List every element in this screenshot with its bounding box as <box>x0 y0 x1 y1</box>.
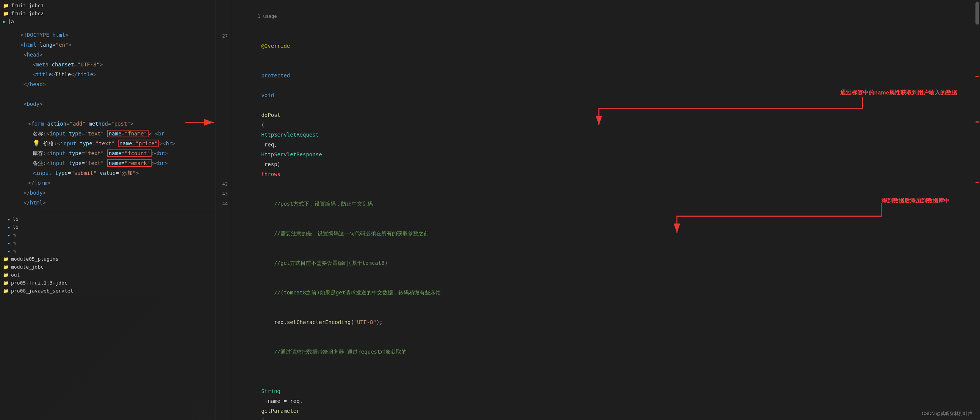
java-icon: ▶ <box>3 19 6 24</box>
line-number <box>3 69 14 70</box>
code-content: 库存:<input type="text" name="fcount"><br> <box>21 149 213 158</box>
comment-text: //(tomcat8之前)如果是get请求发送的中文数据，转码稍微有些麻烦 <box>261 289 441 295</box>
method-name: doPost <box>261 112 280 118</box>
code-content: </body> <box>21 188 213 198</box>
throws-keyword: throws <box>261 171 280 177</box>
line-number <box>3 99 14 100</box>
line-number <box>3 139 14 139</box>
code-line-method-sig: protected void doPost ( HttpServletReque… <box>236 61 975 189</box>
file-tree-item[interactable]: 📁 module05_plugins <box>0 255 216 263</box>
file-tree-item[interactable]: ▸ m <box>0 239 216 247</box>
comment-text: //通过请求把数据带给服务器 通过request对象获取的 <box>261 349 407 355</box>
usage-label: 1 usage <box>258 14 277 19</box>
folder-icon: 📁 <box>3 288 9 294</box>
line-number <box>3 129 14 129</box>
line-number <box>3 168 14 169</box>
file-label: pro05-fruit1.3-jdbc <box>11 280 67 286</box>
file-icon: ▸ <box>8 241 10 246</box>
code-line-comment4: //(tomcat8之前)如果是get请求发送的中文数据，转码稍微有些麻烦 <box>236 278 975 307</box>
space: req, <box>261 142 280 148</box>
code-text: ); <box>376 319 383 325</box>
file-tree-item[interactable]: 📁 pro08_javaweb_servlet <box>0 287 216 295</box>
folder-icon: 📁 <box>3 3 9 8</box>
line-number <box>3 198 14 198</box>
folder-icon: 📁 <box>3 11 9 16</box>
file-icon: ▸ <box>8 217 10 222</box>
attribution-text: CSDN @莫听穿林打叶声 <box>922 411 972 416</box>
line-number <box>3 59 14 60</box>
comment-text: //get方式目前不需要设置编码(基于tomcat8) <box>261 260 388 266</box>
line-num <box>216 2 228 11</box>
line-number <box>3 79 14 80</box>
file-tree-item[interactable]: ▶ ja <box>0 18 216 26</box>
line-number <box>3 40 14 41</box>
file-tree-item[interactable]: 📁 out <box>0 271 216 279</box>
line-num <box>216 70 228 80</box>
code-line <box>0 89 216 99</box>
file-tree-item[interactable]: 📁 fruit_jdbc2 <box>0 10 216 18</box>
file-label: m <box>13 232 16 238</box>
code-line <box>0 109 216 119</box>
callout-2: 得到数据后添加到数据库中 <box>881 197 950 204</box>
code-line-comment1: //post方式下，设置编码，防止中文乱码 <box>236 189 975 219</box>
code-line: 库存:<input type="text" name="fcount"><br> <box>0 149 216 158</box>
method-set-encoding: setCharacterEncoding <box>287 319 351 325</box>
code-line: <html lang="en"> <box>0 40 216 50</box>
file-icon: ▸ <box>8 249 10 254</box>
line-number <box>3 149 14 149</box>
line-number <box>3 178 14 179</box>
line-num <box>216 169 228 179</box>
file-label: out <box>11 272 20 278</box>
code-line-comment5: //通过请求把数据带给服务器 通过request对象获取的 <box>236 337 975 367</box>
code-line: </head> <box>0 79 216 89</box>
bottom-file-tree: ▸ li ▸ li ▸ m ▸ m ▸ m 📁 module05_plugins <box>0 214 216 296</box>
code-content: <form action="add" method="post"> <box>21 119 213 129</box>
code-line: <body> <box>0 99 216 109</box>
line-num <box>216 159 228 169</box>
code-content: <meta charset="UTF-8"> <box>21 59 213 69</box>
code-line: <head> <box>0 50 216 59</box>
line-num <box>216 120 228 130</box>
line-num: 43 <box>216 189 228 199</box>
file-tree-item[interactable]: ▸ m <box>0 247 216 255</box>
file-label: m <box>13 248 16 254</box>
line-num <box>216 41 228 51</box>
space: resp) <box>261 161 283 167</box>
file-label: module05_plugins <box>11 256 58 262</box>
file-tree-item[interactable]: 📁 pro05-fruit1.3-jdbc <box>0 279 216 287</box>
file-tree-item[interactable]: 📁 module_jdbc <box>0 263 216 271</box>
line-num <box>216 51 228 61</box>
file-tree-item[interactable]: ▸ li <box>0 223 216 231</box>
code-line: <title>Title</title> <box>0 69 216 79</box>
method-getparam: getParameter <box>261 408 299 414</box>
code-content: 💡 价格:<input type="text" name="price"><br… <box>21 139 213 149</box>
file-tree-item[interactable]: ▸ m <box>0 231 216 239</box>
line-num <box>216 90 228 100</box>
file-tree: 📁 fruit_jdbc1 📁 fruit_jdbc2 ▶ ja <box>0 0 216 27</box>
code-line: <input type="submit" value="添加"> <box>0 168 216 178</box>
scroll-thumb[interactable] <box>975 2 979 25</box>
type-httpservletresponse: HttpServletResponse <box>261 152 322 158</box>
callout-1: 通过标签中的name属性获取到用户输入的数据 <box>840 89 957 96</box>
line-number <box>3 89 14 90</box>
code-line: <form action="add" method="post"> <box>0 119 216 129</box>
code-line-encoding: req.setCharacterEncoding("UTF-8"); <box>236 307 975 337</box>
type-httpservletrequest: HttpServletRequest <box>261 132 319 138</box>
line-num <box>216 21 228 31</box>
code-content: 备注:<input type="text" name="remark"><br> <box>21 158 213 168</box>
right-panel: 27 42 43 44 1 usage <box>216 0 980 420</box>
scrollbar[interactable] <box>975 0 980 420</box>
file-label: fruit_jdbc2 <box>11 11 44 16</box>
file-label: pro08_javaweb_servlet <box>11 288 73 294</box>
code-text: ( <box>350 319 353 325</box>
line-number <box>3 30 14 31</box>
file-tree-item[interactable]: 📁 fruit_jdbc1 <box>0 2 216 10</box>
line-num <box>216 140 228 150</box>
file-tree-item[interactable]: ▸ li <box>0 215 216 223</box>
line-num <box>216 61 228 70</box>
folder-icon: 📁 <box>3 264 9 270</box>
code-line-comment2: //需要注意的是，设置编码这一句代码必须在所有的获取参数之前 <box>236 219 975 248</box>
code-content: 名称:<input type="text" name="fname"> <br <box>21 129 213 139</box>
file-label: li <box>13 224 19 230</box>
code-content: </html> <box>21 198 213 208</box>
